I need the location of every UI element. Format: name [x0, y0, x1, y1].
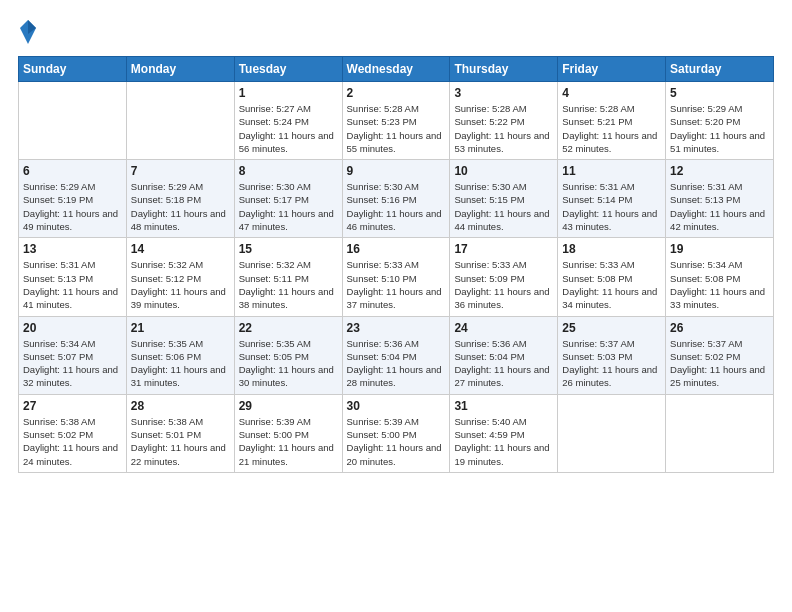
header-cell-tuesday: Tuesday: [234, 57, 342, 82]
day-detail: Sunrise: 5:30 AMSunset: 5:17 PMDaylight:…: [239, 180, 338, 233]
day-number: 6: [23, 164, 122, 178]
header-cell-wednesday: Wednesday: [342, 57, 450, 82]
day-number: 12: [670, 164, 769, 178]
calendar-cell: [126, 82, 234, 160]
calendar-cell: 4Sunrise: 5:28 AMSunset: 5:21 PMDaylight…: [558, 82, 666, 160]
calendar-cell: 7Sunrise: 5:29 AMSunset: 5:18 PMDaylight…: [126, 160, 234, 238]
header-cell-monday: Monday: [126, 57, 234, 82]
day-number: 3: [454, 86, 553, 100]
calendar-cell: 13Sunrise: 5:31 AMSunset: 5:13 PMDayligh…: [19, 238, 127, 316]
day-number: 25: [562, 321, 661, 335]
calendar-week-1: 1Sunrise: 5:27 AMSunset: 5:24 PMDaylight…: [19, 82, 774, 160]
day-number: 30: [347, 399, 446, 413]
day-detail: Sunrise: 5:28 AMSunset: 5:21 PMDaylight:…: [562, 102, 661, 155]
calendar-cell: 22Sunrise: 5:35 AMSunset: 5:05 PMDayligh…: [234, 316, 342, 394]
day-detail: Sunrise: 5:28 AMSunset: 5:23 PMDaylight:…: [347, 102, 446, 155]
day-number: 10: [454, 164, 553, 178]
day-number: 2: [347, 86, 446, 100]
calendar-cell: 25Sunrise: 5:37 AMSunset: 5:03 PMDayligh…: [558, 316, 666, 394]
day-number: 9: [347, 164, 446, 178]
day-detail: Sunrise: 5:29 AMSunset: 5:20 PMDaylight:…: [670, 102, 769, 155]
logo: [18, 18, 40, 46]
day-number: 15: [239, 242, 338, 256]
day-number: 20: [23, 321, 122, 335]
day-number: 4: [562, 86, 661, 100]
day-detail: Sunrise: 5:30 AMSunset: 5:15 PMDaylight:…: [454, 180, 553, 233]
calendar-week-2: 6Sunrise: 5:29 AMSunset: 5:19 PMDaylight…: [19, 160, 774, 238]
calendar-cell: 16Sunrise: 5:33 AMSunset: 5:10 PMDayligh…: [342, 238, 450, 316]
calendar-cell: 9Sunrise: 5:30 AMSunset: 5:16 PMDaylight…: [342, 160, 450, 238]
calendar-cell: 8Sunrise: 5:30 AMSunset: 5:17 PMDaylight…: [234, 160, 342, 238]
day-number: 8: [239, 164, 338, 178]
calendar-cell: 24Sunrise: 5:36 AMSunset: 5:04 PMDayligh…: [450, 316, 558, 394]
day-detail: Sunrise: 5:27 AMSunset: 5:24 PMDaylight:…: [239, 102, 338, 155]
day-detail: Sunrise: 5:34 AMSunset: 5:08 PMDaylight:…: [670, 258, 769, 311]
day-detail: Sunrise: 5:29 AMSunset: 5:18 PMDaylight:…: [131, 180, 230, 233]
calendar-cell: 27Sunrise: 5:38 AMSunset: 5:02 PMDayligh…: [19, 394, 127, 472]
calendar-week-3: 13Sunrise: 5:31 AMSunset: 5:13 PMDayligh…: [19, 238, 774, 316]
day-number: 16: [347, 242, 446, 256]
day-number: 27: [23, 399, 122, 413]
header-cell-sunday: Sunday: [19, 57, 127, 82]
calendar-cell: 5Sunrise: 5:29 AMSunset: 5:20 PMDaylight…: [666, 82, 774, 160]
calendar-cell: 20Sunrise: 5:34 AMSunset: 5:07 PMDayligh…: [19, 316, 127, 394]
calendar-header-row: SundayMondayTuesdayWednesdayThursdayFrid…: [19, 57, 774, 82]
calendar-cell: 28Sunrise: 5:38 AMSunset: 5:01 PMDayligh…: [126, 394, 234, 472]
calendar-cell: 11Sunrise: 5:31 AMSunset: 5:14 PMDayligh…: [558, 160, 666, 238]
day-number: 5: [670, 86, 769, 100]
calendar-cell: 21Sunrise: 5:35 AMSunset: 5:06 PMDayligh…: [126, 316, 234, 394]
calendar-cell: 29Sunrise: 5:39 AMSunset: 5:00 PMDayligh…: [234, 394, 342, 472]
day-detail: Sunrise: 5:33 AMSunset: 5:09 PMDaylight:…: [454, 258, 553, 311]
header-cell-saturday: Saturday: [666, 57, 774, 82]
day-detail: Sunrise: 5:40 AMSunset: 4:59 PMDaylight:…: [454, 415, 553, 468]
calendar-cell: 14Sunrise: 5:32 AMSunset: 5:12 PMDayligh…: [126, 238, 234, 316]
calendar-cell: 23Sunrise: 5:36 AMSunset: 5:04 PMDayligh…: [342, 316, 450, 394]
calendar-cell: 30Sunrise: 5:39 AMSunset: 5:00 PMDayligh…: [342, 394, 450, 472]
calendar-cell: 18Sunrise: 5:33 AMSunset: 5:08 PMDayligh…: [558, 238, 666, 316]
day-detail: Sunrise: 5:33 AMSunset: 5:10 PMDaylight:…: [347, 258, 446, 311]
day-detail: Sunrise: 5:35 AMSunset: 5:06 PMDaylight:…: [131, 337, 230, 390]
calendar-cell: 17Sunrise: 5:33 AMSunset: 5:09 PMDayligh…: [450, 238, 558, 316]
day-number: 23: [347, 321, 446, 335]
day-number: 21: [131, 321, 230, 335]
calendar-week-5: 27Sunrise: 5:38 AMSunset: 5:02 PMDayligh…: [19, 394, 774, 472]
calendar-cell: 15Sunrise: 5:32 AMSunset: 5:11 PMDayligh…: [234, 238, 342, 316]
day-detail: Sunrise: 5:34 AMSunset: 5:07 PMDaylight:…: [23, 337, 122, 390]
day-detail: Sunrise: 5:31 AMSunset: 5:14 PMDaylight:…: [562, 180, 661, 233]
calendar-cell: 3Sunrise: 5:28 AMSunset: 5:22 PMDaylight…: [450, 82, 558, 160]
day-number: 28: [131, 399, 230, 413]
calendar-cell: 10Sunrise: 5:30 AMSunset: 5:15 PMDayligh…: [450, 160, 558, 238]
calendar-cell: 31Sunrise: 5:40 AMSunset: 4:59 PMDayligh…: [450, 394, 558, 472]
day-number: 24: [454, 321, 553, 335]
calendar-cell: [19, 82, 127, 160]
header: [18, 18, 774, 46]
day-number: 7: [131, 164, 230, 178]
day-detail: Sunrise: 5:32 AMSunset: 5:11 PMDaylight:…: [239, 258, 338, 311]
day-detail: Sunrise: 5:37 AMSunset: 5:03 PMDaylight:…: [562, 337, 661, 390]
calendar-cell: 2Sunrise: 5:28 AMSunset: 5:23 PMDaylight…: [342, 82, 450, 160]
day-detail: Sunrise: 5:37 AMSunset: 5:02 PMDaylight:…: [670, 337, 769, 390]
calendar-cell: 12Sunrise: 5:31 AMSunset: 5:13 PMDayligh…: [666, 160, 774, 238]
calendar: SundayMondayTuesdayWednesdayThursdayFrid…: [18, 56, 774, 473]
day-detail: Sunrise: 5:39 AMSunset: 5:00 PMDaylight:…: [347, 415, 446, 468]
day-detail: Sunrise: 5:38 AMSunset: 5:01 PMDaylight:…: [131, 415, 230, 468]
day-number: 11: [562, 164, 661, 178]
day-detail: Sunrise: 5:39 AMSunset: 5:00 PMDaylight:…: [239, 415, 338, 468]
calendar-cell: 19Sunrise: 5:34 AMSunset: 5:08 PMDayligh…: [666, 238, 774, 316]
calendar-week-4: 20Sunrise: 5:34 AMSunset: 5:07 PMDayligh…: [19, 316, 774, 394]
day-detail: Sunrise: 5:32 AMSunset: 5:12 PMDaylight:…: [131, 258, 230, 311]
day-number: 22: [239, 321, 338, 335]
day-detail: Sunrise: 5:31 AMSunset: 5:13 PMDaylight:…: [23, 258, 122, 311]
day-number: 31: [454, 399, 553, 413]
day-number: 29: [239, 399, 338, 413]
day-number: 1: [239, 86, 338, 100]
calendar-cell: [666, 394, 774, 472]
day-detail: Sunrise: 5:28 AMSunset: 5:22 PMDaylight:…: [454, 102, 553, 155]
calendar-cell: 6Sunrise: 5:29 AMSunset: 5:19 PMDaylight…: [19, 160, 127, 238]
calendar-cell: 26Sunrise: 5:37 AMSunset: 5:02 PMDayligh…: [666, 316, 774, 394]
day-detail: Sunrise: 5:38 AMSunset: 5:02 PMDaylight:…: [23, 415, 122, 468]
calendar-cell: 1Sunrise: 5:27 AMSunset: 5:24 PMDaylight…: [234, 82, 342, 160]
day-number: 17: [454, 242, 553, 256]
day-number: 19: [670, 242, 769, 256]
logo-icon: [18, 18, 38, 46]
